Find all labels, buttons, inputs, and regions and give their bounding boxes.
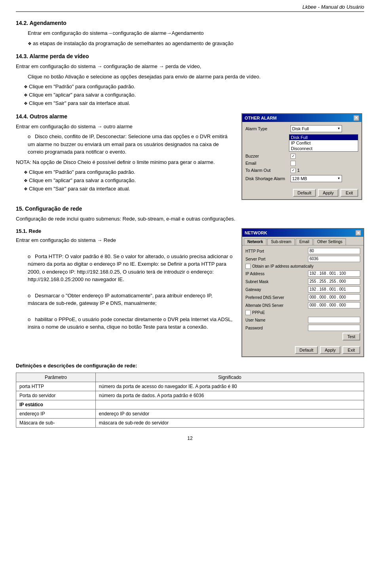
network-apply-button[interactable]: Apply xyxy=(320,346,340,354)
dialog-body: Alarm Type Disk Full ▼ Disk Full IP Conf… xyxy=(242,122,361,187)
pppoe-label: PPPoE xyxy=(252,310,265,315)
table-cell: número da porta de dados. A porta padrão… xyxy=(95,391,364,400)
table-cell: IP estático xyxy=(16,400,96,409)
to-alarm-out-label: To Alarm Out xyxy=(245,168,289,173)
password-label: Password xyxy=(245,326,307,330)
section-15-def: Definições e descrições de configuração … xyxy=(16,363,364,428)
table-cell: endereço IP xyxy=(16,409,96,419)
tab-substream[interactable]: Sub-stream xyxy=(267,238,295,245)
table-row: porta HTTP número da porta de acesso do … xyxy=(16,382,364,391)
network-dialog-title: NETWORK xyxy=(245,230,267,235)
section-14-3-bullet1: Clique no botão Ativação e selecione as … xyxy=(28,73,364,81)
dialog-title-bar: OTHER ALARM ✕ xyxy=(242,114,361,122)
ip-address-label: IP Address xyxy=(245,272,307,276)
username-label: User Name xyxy=(245,318,307,322)
dropdown-item-diskfull[interactable]: Disk Full xyxy=(289,135,358,140)
alternate-dns-value[interactable]: 000 . 000 . 000 . 000 xyxy=(308,302,360,308)
close-icon[interactable]: ✕ xyxy=(353,115,359,121)
section-15-heading: 15. Configuração de rede xyxy=(16,206,364,212)
password-row: Password xyxy=(245,325,360,331)
tab-email[interactable]: Email xyxy=(296,238,313,245)
email-checkbox[interactable] xyxy=(291,161,296,166)
ip-address-row: IP Address 192 . 168 . 001 . 100 xyxy=(245,270,360,277)
network-dialog-container: NETWORK ✕ Network Sub-stream Email Other… xyxy=(241,228,364,357)
table-col2-header: Significado xyxy=(95,373,364,382)
section-15-1-heading: 15.1. Rede xyxy=(16,228,234,234)
alarm-type-value: Disk Full xyxy=(292,126,309,131)
obtain-ip-checkbox[interactable] xyxy=(245,264,251,269)
list-item: Clique em "Padrão" para configuração pad… xyxy=(24,83,364,91)
subnet-mask-value[interactable]: 255 . 255 . 255 . 000 xyxy=(308,278,360,285)
header-title: Lkbee - Manual do Usuário xyxy=(302,4,364,10)
username-value[interactable] xyxy=(308,317,360,323)
buzzer-checkbox-control: ✓ xyxy=(291,154,296,159)
definition-table: Parâmetro Significado porta HTTP número … xyxy=(16,373,364,428)
section-14-2: 14.2. Agendamento Entrar em configuração… xyxy=(16,20,364,48)
http-port-value[interactable]: 80 xyxy=(308,248,360,254)
disk-shortage-dropdown[interactable]: 128 MB ▼ xyxy=(291,175,342,182)
to-alarm-out-row: To Alarm Out ✓ 1 xyxy=(245,168,358,173)
section-14-2-bullets: as etapas de instalação da programação d… xyxy=(28,40,364,48)
server-port-value[interactable]: 6036 xyxy=(308,256,360,262)
to-alarm-out-value: 1 xyxy=(297,168,300,173)
disk-shortage-value: 128 MB xyxy=(292,176,307,181)
close-icon[interactable]: ✕ xyxy=(355,230,361,236)
default-button[interactable]: Default xyxy=(293,189,316,197)
section-15-para1: Configuração de rede inclui quatro subme… xyxy=(16,215,364,223)
section-14-4-para1: Entrar em configuração do sistema → outr… xyxy=(16,123,234,131)
bullet-http: o Porta HTTP: O valor padrão é 80. Se o … xyxy=(28,253,234,284)
gateway-label: Gateway xyxy=(245,287,307,292)
table-row: Porta do servidor número da porta de dad… xyxy=(16,391,364,400)
network-dialog-footer: Default Apply Exit xyxy=(242,344,363,356)
table-row: IP estático xyxy=(16,400,364,409)
alarm-type-label: Alarm Type xyxy=(245,126,289,131)
table-cell: número da porta de acesso do navegador I… xyxy=(95,382,364,391)
pppoe-row: PPPoE xyxy=(245,310,360,315)
preferred-dns-value[interactable]: 000 . 000 . 000 . 000 xyxy=(308,294,360,301)
network-exit-button[interactable]: Exit xyxy=(342,346,360,354)
section-14-3-para1: Entrar em configuração do sistema → conf… xyxy=(16,63,364,70)
subnet-mask-row: Subnet Mask 255 . 255 . 255 . 000 xyxy=(245,278,360,285)
section-15-1: 15.1. Rede Entrar em configuração do sis… xyxy=(16,228,364,357)
other-alarm-dialog: OTHER ALARM ✕ Alarm Type Disk Full ▼ xyxy=(241,113,362,200)
list-item: Clique em "Padrão" para configuração pad… xyxy=(24,168,234,177)
section-14-2-heading: 14.2. Agendamento xyxy=(16,20,364,26)
table-cell: porta HTTP xyxy=(16,382,96,391)
obtain-ip-row: Obtain an IP address automatically xyxy=(245,264,360,269)
section-14-3-heading: 14.3. Alarme perda de vídeo xyxy=(16,53,364,59)
tab-network[interactable]: Network xyxy=(244,238,266,245)
exit-button[interactable]: Exit xyxy=(340,189,358,197)
chevron-down-icon: ▼ xyxy=(337,177,340,180)
ip-address-value[interactable]: 192 . 168 . 001 . 100 xyxy=(308,270,360,277)
username-row: User Name xyxy=(245,317,360,323)
to-alarm-out-checkbox[interactable]: ✓ xyxy=(291,168,296,173)
subnet-mask-label: Subnet Mask xyxy=(245,280,307,284)
tab-other-settings[interactable]: Other Settings xyxy=(314,238,346,245)
other-alarm-dialog-container: OTHER ALARM ✕ Alarm Type Disk Full ▼ xyxy=(241,113,364,200)
alarm-type-dropdown[interactable]: Disk Full ▼ xyxy=(291,125,342,132)
apply-button[interactable]: Apply xyxy=(318,189,338,197)
network-tabs: Network Sub-stream Email Other Settings xyxy=(242,237,363,245)
buzzer-checkbox[interactable]: ✓ xyxy=(291,154,296,159)
pppoe-checkbox[interactable] xyxy=(245,310,251,315)
dropdown-item-ipconflict[interactable]: IP Conflict xyxy=(289,140,358,146)
disk-shortage-row: Disk Shortage Alarm 128 MB ▼ xyxy=(245,175,358,182)
table-row: endereço IP endereço IP do servidor xyxy=(16,409,364,419)
network-default-button[interactable]: Default xyxy=(295,346,318,354)
dialog-footer: Default Apply Exit xyxy=(242,187,361,199)
table-header-row: Parâmetro Significado xyxy=(16,373,364,382)
buzzer-label: Buzzer xyxy=(245,154,289,158)
list-item: as etapas de instalação da programação d… xyxy=(28,40,364,48)
to-alarm-out-checkbox-control: ✓ 1 xyxy=(291,168,300,173)
dialog-title: OTHER ALARM xyxy=(245,116,277,120)
dropdown-item-disconnect[interactable]: Disconnect xyxy=(289,146,358,151)
alarm-type-row: Alarm Type Disk Full ▼ xyxy=(245,125,358,132)
table-cell xyxy=(95,400,364,409)
section-14-3-bullet-list: Clique em "Padrão" para configuração pad… xyxy=(24,83,364,107)
section-14-4-text: 14.4. Outros alarme Entrar em configuraç… xyxy=(16,113,234,196)
gateway-value[interactable]: 192 . 168 . 001 . 001 xyxy=(308,286,360,293)
test-button[interactable]: Test xyxy=(342,333,360,341)
table-row: Máscara de sub- máscara de sub-rede do s… xyxy=(16,419,364,428)
list-item: Clique em "Sair" para sair da interface … xyxy=(24,185,234,193)
password-value[interactable] xyxy=(308,325,360,331)
